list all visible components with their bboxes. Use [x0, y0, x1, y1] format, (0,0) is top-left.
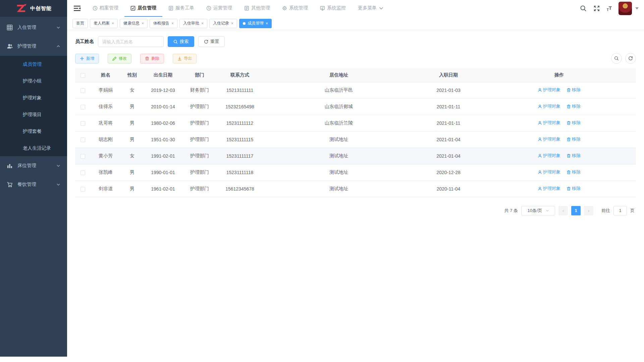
- tag-physical-report[interactable]: 体检报告 ×: [150, 19, 177, 28]
- cell-address: 测试地址: [263, 164, 415, 180]
- sidebar-item-elder-life-record[interactable]: 老人生活记录: [0, 140, 67, 156]
- sidebar-item-nursing-target[interactable]: 护理对象: [0, 89, 67, 106]
- sidebar-item-nursing[interactable]: 护理管理: [0, 37, 67, 56]
- goto-label: 前往: [601, 208, 610, 214]
- staff-name-input[interactable]: [98, 36, 164, 47]
- care-target-link[interactable]: 护理对象: [538, 136, 560, 142]
- prev-page-button[interactable]: ‹: [558, 206, 568, 215]
- page-size-select[interactable]: 10条/页: [521, 206, 555, 215]
- remove-link[interactable]: 移除: [567, 103, 581, 109]
- search-icon: [173, 40, 178, 44]
- nav-item-operation[interactable]: 运营管理: [200, 0, 238, 17]
- tag-members-active[interactable]: 成员管理 ×: [239, 19, 272, 28]
- tag-health-info[interactable]: 健康信息 ×: [120, 19, 148, 28]
- close-icon[interactable]: ×: [266, 21, 268, 25]
- close-icon[interactable]: ×: [231, 21, 233, 25]
- care-target-link[interactable]: 护理对象: [538, 186, 560, 192]
- search-icon[interactable]: [580, 5, 587, 12]
- cell-phone: 15612345678: [217, 180, 263, 197]
- total-count: 共 7 条: [504, 208, 518, 214]
- sidebar-item-checkin[interactable]: 入住管理: [0, 18, 67, 37]
- care-target-link[interactable]: 护理对象: [538, 153, 560, 159]
- tag-checkin-record[interactable]: 入住记录 ×: [209, 19, 237, 28]
- row-checkbox[interactable]: [80, 138, 85, 142]
- nav-item-archives[interactable]: 档案管理: [87, 0, 124, 17]
- col-header-phone: 联系方式: [217, 68, 263, 82]
- refresh-icon: [204, 40, 208, 44]
- close-icon[interactable]: ×: [171, 21, 174, 25]
- download-icon: [177, 56, 182, 61]
- fullscreen-icon[interactable]: [593, 5, 600, 12]
- cell-hire: 2021-01-11: [415, 98, 482, 115]
- sidebar-item-nursing-package[interactable]: 护理套餐: [0, 123, 67, 140]
- nav-item-system[interactable]: 系统管理: [276, 0, 314, 17]
- search-button[interactable]: 搜索: [168, 36, 194, 47]
- brand-logo: 中创智能: [0, 0, 67, 17]
- tag-elder-archive[interactable]: 老人档案 ×: [90, 19, 118, 28]
- remove-link[interactable]: 移除: [567, 120, 581, 126]
- remove-link[interactable]: 移除: [567, 87, 581, 93]
- sidebar-item-beds[interactable]: 床位管理: [0, 156, 67, 175]
- close-icon[interactable]: ×: [201, 21, 204, 25]
- refresh-table-button[interactable]: [625, 53, 636, 64]
- care-target-link[interactable]: 护理对象: [538, 103, 560, 109]
- select-all-checkbox[interactable]: [80, 73, 85, 78]
- sidebar-item-nursing-group[interactable]: 护理小组: [0, 72, 67, 89]
- cell-hire: 2020-12-28: [415, 164, 482, 180]
- goto-page-input[interactable]: [613, 206, 627, 215]
- tag-label: 成员管理: [248, 20, 264, 26]
- table-row: 李娟娟 女 2019-12-03 财务部门 15213111111 山东临沂平邑…: [75, 82, 636, 98]
- edit-button[interactable]: 修改: [108, 54, 131, 63]
- caret-down-icon[interactable]: [635, 7, 639, 9]
- tag-home[interactable]: 首页: [72, 19, 88, 28]
- close-icon[interactable]: ×: [142, 21, 144, 25]
- remove-link[interactable]: 移除: [567, 169, 581, 175]
- close-icon[interactable]: ×: [112, 21, 114, 25]
- nav-item-residence[interactable]: 居住管理: [124, 0, 162, 17]
- row-checkbox[interactable]: [80, 187, 85, 192]
- toggle-search-button[interactable]: [611, 53, 622, 64]
- sidebar-item-dining[interactable]: 餐饮管理: [0, 175, 67, 194]
- nav-item-label: 更多菜单: [358, 5, 377, 11]
- export-button[interactable]: 导出: [173, 54, 197, 63]
- reset-button[interactable]: 重置: [198, 36, 225, 47]
- care-target-label: 护理对象: [543, 169, 560, 175]
- trash-icon: [567, 170, 571, 174]
- app-root: 中创智能 入住管理 护理管理 成员管理 护理小组: [0, 0, 644, 362]
- cell-gender: 女: [121, 148, 144, 164]
- cell-address: 测试地址: [263, 180, 415, 197]
- care-target-link[interactable]: 护理对象: [538, 120, 560, 126]
- row-checkbox[interactable]: [80, 105, 85, 109]
- nav-item-other[interactable]: 其他管理: [238, 0, 276, 17]
- font-size-icon[interactable]: TT: [607, 5, 612, 12]
- sidebar-item-members[interactable]: 成员管理: [0, 56, 67, 72]
- sidebar-item-nursing-project[interactable]: 护理项目: [0, 106, 67, 123]
- hamburger-icon[interactable]: [70, 0, 84, 17]
- care-target-label: 护理对象: [543, 103, 560, 109]
- staff-name-label: 员工姓名: [75, 39, 94, 45]
- delete-button[interactable]: 删除: [140, 54, 164, 63]
- remove-link[interactable]: 移除: [567, 186, 581, 192]
- nav-item-monitor[interactable]: 系统监控: [314, 0, 352, 17]
- user-avatar[interactable]: [619, 2, 632, 15]
- remove-link[interactable]: 移除: [567, 153, 581, 159]
- row-checkbox[interactable]: [80, 170, 85, 175]
- tag-checkin-approval[interactable]: 入住审批 ×: [179, 19, 207, 28]
- care-target-link[interactable]: 护理对象: [538, 87, 560, 93]
- top-nav-items: 档案管理 居住管理 服务工单 运营管理 其他管理: [87, 0, 390, 17]
- care-target-link[interactable]: 护理对象: [538, 169, 560, 175]
- monitor-icon: [320, 6, 325, 11]
- nav-item-more-menu[interactable]: 更多菜单: [352, 0, 390, 17]
- nav-item-workorder[interactable]: 服务工单: [162, 0, 200, 17]
- col-header-hire: 入职日期: [415, 68, 482, 82]
- remove-link[interactable]: 移除: [567, 136, 581, 142]
- next-page-button[interactable]: ›: [584, 206, 593, 215]
- check-square-icon: [130, 6, 136, 11]
- cell-birth: 1991-02-01: [144, 148, 182, 164]
- row-checkbox[interactable]: [80, 88, 85, 93]
- page-number-1[interactable]: 1: [571, 206, 581, 215]
- row-checkbox[interactable]: [80, 154, 85, 159]
- add-button[interactable]: 新增: [75, 54, 99, 63]
- remove-label: 移除: [572, 186, 581, 192]
- row-checkbox[interactable]: [80, 121, 85, 126]
